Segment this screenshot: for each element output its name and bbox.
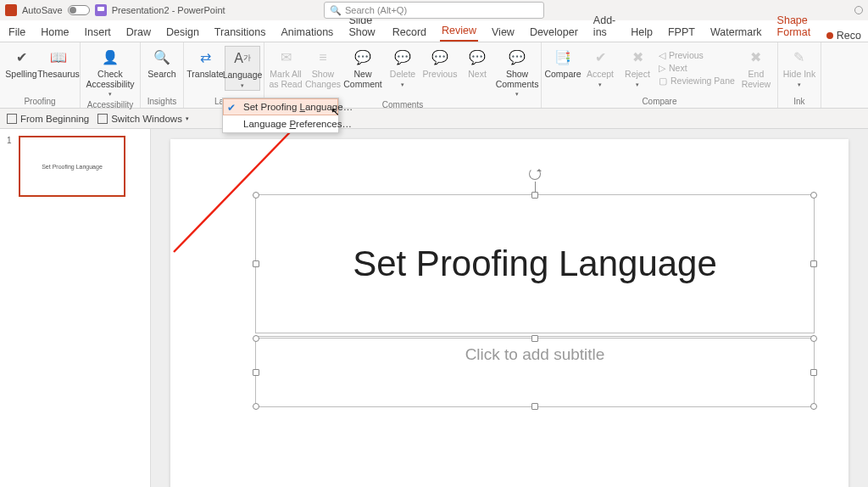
language-icon: A가 [231,48,254,69]
subtitle-textbox[interactable]: Click to add subtitle [255,336,815,407]
end-review-icon: ✖︎ [744,48,768,68]
document-name: Presentation2 - PowerPoint [112,5,225,15]
workspace: 1 Set Proofing Language Set Proofing Lan… [0,129,868,487]
delete-comment-icon: 💬 [391,48,415,68]
translate-button[interactable]: ⇄Translate [187,46,223,81]
tab-animations[interactable]: Animations [280,23,336,42]
set-proofing-language-item[interactable]: ✔︎ Set Proofing Language… [223,98,338,115]
resize-handle[interactable] [531,192,538,199]
new-comment-button[interactable]: 💬New Comment [342,46,383,91]
tab-watermark[interactable]: Watermark [709,23,764,42]
switch-windows-button[interactable]: Switch Windows ▾ [97,114,189,124]
resize-handle[interactable] [531,403,538,410]
language-preferences-item[interactable]: Language Preferences… [223,115,338,132]
group-proofing: ✔︎Spelling 📖Thesaurus Proofing [0,42,81,108]
title-bar: AutoSave Presentation2 - PowerPoint 🔍 Se… [0,0,868,20]
resize-handle[interactable] [810,192,817,199]
title-text[interactable]: Set Proofing Language [353,244,717,284]
title-textbox[interactable]: Set Proofing Language [255,194,815,333]
windows-icon [97,114,108,124]
mouse-cursor-icon: ↖ [331,105,340,118]
compare-next-button: ▷ Next [657,62,737,74]
proofing-icon: ✔︎ [227,102,239,114]
end-review-button: ✖︎End Review [738,46,774,91]
compare-icon: 📑 [551,48,575,68]
play-icon [7,114,17,124]
smart-search-button[interactable]: 🔍Search [144,46,180,81]
show-comments-button[interactable]: 💬Show Comments▾ [497,46,537,99]
reject-button: ✖︎Reject▾ [620,46,655,89]
previous-icon: 💬 [428,48,452,68]
subtitle-placeholder[interactable]: Click to add subtitle [465,345,605,406]
tab-developer[interactable]: Developer [528,23,580,42]
group-accessibility: 👤Check Accessibility▾ Accessibility [81,42,141,108]
resize-handle[interactable] [253,260,259,267]
tab-fppt[interactable]: FPPT [666,23,697,42]
spelling-button[interactable]: ✔︎Spelling [3,46,39,81]
compare-previous-button: ◁ Previous [657,49,737,61]
tab-review[interactable]: Review [440,21,478,42]
show-comments-icon: 💬 [505,48,529,68]
new-comment-icon: 💬 [351,48,375,68]
tab-addins[interactable]: Add-ins [592,11,617,42]
tab-transitions[interactable]: Transitions [213,23,268,42]
autosave-label: AutoSave [22,5,63,15]
save-icon[interactable] [95,4,107,16]
slide-canvas-area[interactable]: Set Proofing Language Click to add subti… [151,129,868,487]
resize-handle[interactable] [253,369,259,376]
rotate-handle[interactable] [529,168,541,180]
language-button[interactable]: A가Language▾ [225,46,260,91]
search-icon: 🔍 [150,48,174,68]
language-dropdown: ✔︎ Set Proofing Language… Language Prefe… [222,98,339,133]
from-beginning-button[interactable]: From Beginning [7,114,89,124]
resize-handle[interactable] [810,369,817,376]
mic-icon[interactable] [854,6,863,14]
resize-handle[interactable] [810,260,817,267]
spelling-icon: ✔︎ [9,48,33,68]
record-dot-icon [826,32,833,39]
thesaurus-button[interactable]: 📖Thesaurus [41,46,76,81]
chevron-down-icon: ▾ [241,82,244,89]
tab-home[interactable]: Home [39,23,70,42]
tab-draw[interactable]: Draw [125,23,153,42]
next-comment-button: 💬Next [459,46,495,81]
resize-handle[interactable] [253,403,259,410]
autosave-toggle[interactable] [68,5,90,15]
group-insights: 🔍Search Insights [141,42,184,108]
show-changes-button: ≡Show Changes [305,46,341,91]
slide-thumbnail-1[interactable]: Set Proofing Language [19,136,125,197]
next-icon: 💬 [465,48,489,68]
slide[interactable]: Set Proofing Language Click to add subti… [170,139,849,487]
slide-thumbnail-panel[interactable]: 1 Set Proofing Language [0,129,151,487]
resize-handle[interactable] [810,335,817,342]
chevron-down-icon: ▾ [186,115,189,122]
slide-number: 1 [7,136,12,145]
record-indicator[interactable]: Reco [826,30,861,42]
tab-design[interactable]: Design [164,23,201,42]
resize-handle[interactable] [253,335,259,342]
quick-access-bar: From Beginning Switch Windows ▾ [0,109,868,129]
resize-handle[interactable] [531,335,538,342]
compare-button[interactable]: 📑Compare [545,46,581,81]
resize-handle[interactable] [253,192,259,199]
search-icon: 🔍 [330,5,342,16]
search-placeholder: Search (Alt+Q) [345,5,407,15]
tab-view[interactable]: View [490,23,516,42]
ribbon: ✔︎Spelling 📖Thesaurus Proofing 👤Check Ac… [0,42,868,109]
chevron-down-icon: ▾ [108,91,112,98]
group-compare: 📑Compare ✔︎Accept▾ ✖︎Reject▾ ◁ Previous … [542,42,778,108]
previous-comment-button: 💬Previous [422,46,458,81]
check-accessibility-button[interactable]: 👤Check Accessibility▾ [84,46,136,99]
tab-help[interactable]: Help [629,23,654,42]
tab-record[interactable]: Record [391,23,428,42]
resize-handle[interactable] [810,403,817,410]
reviewing-pane-button: ▢ Reviewing Pane [657,75,737,87]
reject-icon: ✖︎ [626,48,649,68]
ribbon-tabs: File Home Insert Draw Design Transitions… [0,20,868,42]
mark-all-read-button: ✉︎Mark All as Read [268,46,303,91]
translate-icon: ⇄ [193,48,217,68]
tab-shape-format[interactable]: Shape Format [776,11,815,42]
search-box[interactable]: 🔍 Search (Alt+Q) [324,2,544,19]
tab-file[interactable]: File [7,23,27,42]
tab-insert[interactable]: Insert [83,23,113,42]
